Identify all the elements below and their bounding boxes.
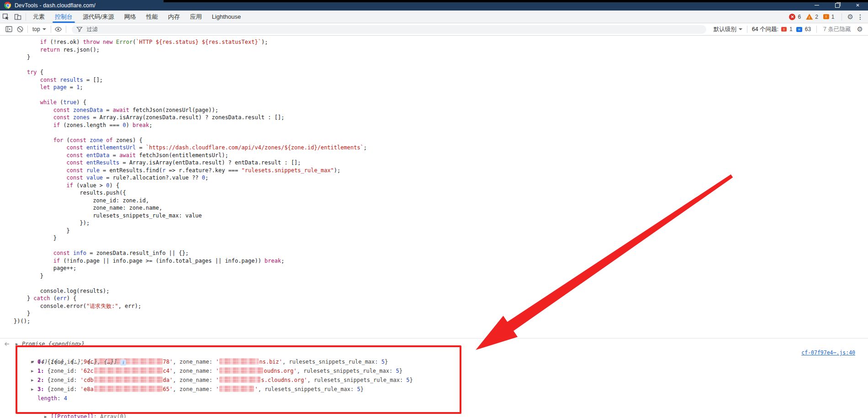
clear-console-icon[interactable] [15, 24, 26, 34]
more-options-icon[interactable]: ⋮ [857, 13, 863, 21]
code-line: } [14, 234, 868, 242]
message-issues-icon[interactable]: = [796, 27, 802, 32]
warning-count-icon[interactable]: ! [806, 14, 813, 20]
code-line: results.push({ [14, 189, 868, 197]
code-line: const value = rule?.allocation?.value ??… [14, 174, 868, 182]
hidden-messages-label[interactable]: 7 条已隐藏 [823, 26, 851, 33]
array-item-row[interactable]: ▶2:{zone_id: 'cdbda', zone_name: 's.clou… [0, 376, 868, 385]
tab-sources[interactable]: 源代码/来源 [78, 11, 119, 23]
tab-network[interactable]: 网络 [119, 11, 141, 23]
error-count: 6 [798, 14, 801, 20]
code-line: const entResults = Array.isArray(entData… [14, 159, 868, 167]
live-expression-eye-icon[interactable] [53, 24, 64, 34]
minimize-icon [815, 5, 819, 5]
tab-strip: 元素控制台源代码/来源网络性能内存应用Lighthouse [28, 11, 246, 23]
console-sidebar-icon[interactable] [4, 24, 15, 34]
tab-lighthouse[interactable]: Lighthouse [207, 11, 246, 23]
tab-elements[interactable]: 元素 [28, 11, 50, 23]
device-toolbar-icon[interactable] [12, 11, 24, 22]
code-line [14, 280, 868, 287]
code-line: } [14, 227, 868, 235]
settings-gear-icon[interactable]: ⚙ [847, 13, 853, 21]
code-line: const zonesData = await fetchJson(zonesU… [14, 106, 868, 114]
code-line: } [14, 310, 868, 317]
code-line [14, 91, 868, 99]
array-length-row: length: 4 [0, 394, 868, 403]
code-line: if (zones.length === 0) break; [14, 122, 868, 129]
code-line [14, 61, 868, 69]
console-code: if (!res.ok) throw new Error(`HTTP ${res… [0, 36, 868, 325]
array-preview-row[interactable]: ▼(4) [{…}, {…}, {…}, {…}]i cf-07f97e4⋯.j… [0, 348, 868, 357]
screen-edge-strip [164, 0, 868, 2]
code-line: console.error("请求失败:", err); [14, 302, 868, 310]
important-issues-count: 1 [789, 26, 793, 32]
code-line: console.log(results); [14, 287, 868, 295]
filter-pill[interactable] [72, 25, 706, 34]
chevron-down-icon [42, 28, 46, 32]
return-value-arrow-icon [4, 342, 10, 346]
divider [816, 26, 817, 33]
devtools-tabbar: 元素控制台源代码/来源网络性能内存应用Lighthouse ✕ 6 ! 2 ! … [0, 11, 868, 23]
code-line: page++; [14, 265, 868, 272]
redacted-blur [219, 358, 259, 365]
warning-count: 2 [815, 14, 818, 20]
expand-triangle-icon[interactable]: ▶ [31, 385, 37, 394]
console-settings-gear-icon[interactable]: ⚙ [857, 25, 863, 33]
error-count-icon[interactable]: ✕ [789, 14, 795, 20]
code-line [14, 129, 868, 137]
code-line: if (!info.page || info.page >= (info.tot… [14, 257, 868, 265]
divider [27, 26, 28, 33]
console-log-result: ▼(4) [{…}, {…}, {…}, {…}]i cf-07f97e4⋯.j… [0, 348, 868, 412]
collapse-triangle-icon[interactable]: ▼ [32, 357, 38, 366]
divider [842, 13, 842, 21]
promise-pending-value: Promise {<pending>} [22, 341, 85, 347]
chevron-down-icon [739, 28, 742, 32]
filter-input[interactable] [86, 26, 702, 33]
divider [26, 13, 26, 21]
issues-summary-label[interactable]: 64 个问题: [752, 26, 778, 33]
array-item-row[interactable]: ▶1:{zone_id: '62cc4', zone_name: 'oudns.… [0, 366, 868, 376]
expand-triangle-icon[interactable]: ▶ [31, 376, 37, 385]
code-line: } [14, 272, 868, 280]
tab-console[interactable]: 控制台 [50, 11, 78, 23]
redacted-blur [219, 386, 254, 392]
array-item-row[interactable]: ▶3:{zone_id: 'e8a65', zone_name: '', rul… [0, 385, 868, 394]
code-line: while (true) { [14, 99, 868, 106]
returned-value-row[interactable]: ▶Promise {<pending>} [0, 340, 868, 348]
prototype-row[interactable]: ▶[[Prototype]]: Array(0) [0, 403, 868, 412]
code-line: const zones = Array.isArray(zonesData.re… [14, 114, 868, 122]
code-line: zone_name: zone.name, [14, 204, 868, 212]
expand-triangle-icon[interactable]: ▶ [31, 366, 37, 376]
js-context-selector[interactable]: top [30, 26, 49, 32]
code-line: const rule = entResults.find(r => r.feat… [14, 167, 868, 175]
chrome-logo-icon [4, 2, 11, 9]
array-index: 3: [37, 386, 44, 392]
tab-performance[interactable]: 性能 [141, 11, 163, 23]
window-title: DevTools - dash.cloudflare.com/ [15, 2, 95, 9]
redacted-blur [94, 367, 163, 374]
code-line: const results = []; [14, 76, 868, 84]
divider [66, 26, 66, 33]
expand-triangle-icon[interactable]: ▶ [16, 340, 22, 348]
tab-application[interactable]: 应用 [185, 11, 207, 23]
log-level-selector[interactable]: 默认级别 [714, 26, 742, 33]
tabbar-right-cluster: ✕ 6 ! 2 ! 1 ⚙ ⋮ [789, 13, 868, 21]
result-rows: ▶0:{zone_id: '9dc78', zone_name: 'ns.biz… [0, 357, 868, 394]
issues-count-icon[interactable]: ! [823, 14, 829, 19]
expand-triangle-icon[interactable]: ▶ [44, 412, 51, 418]
length-value: 4 [64, 395, 67, 402]
array-item-row[interactable]: ▶0:{zone_id: '9dc78', zone_name: 'ns.biz… [0, 357, 868, 366]
message-issues-count: 63 [805, 26, 811, 32]
redacted-blur [219, 367, 263, 374]
code-line: let page = 1; [14, 84, 868, 91]
code-line: const entitlementsUrl = `https://dash.cl… [14, 144, 868, 152]
source-link[interactable]: cf-07f97e4⋯.js:40 [801, 348, 855, 357]
array-preview: (4) [{…}, {…}, {…}, {…}] [38, 359, 117, 365]
inspect-element-icon[interactable] [0, 11, 12, 22]
tab-memory[interactable]: 内存 [163, 11, 185, 23]
prototype-value: Array(0) [100, 413, 127, 418]
code-line: const entData = await fetchJson(entitlem… [14, 152, 868, 159]
important-issues-icon[interactable]: ! [781, 27, 787, 32]
code-line: rulesets_snippets_rule_max: value [14, 212, 868, 220]
code-line: const info = zonesData.result_info || {}… [14, 249, 868, 257]
